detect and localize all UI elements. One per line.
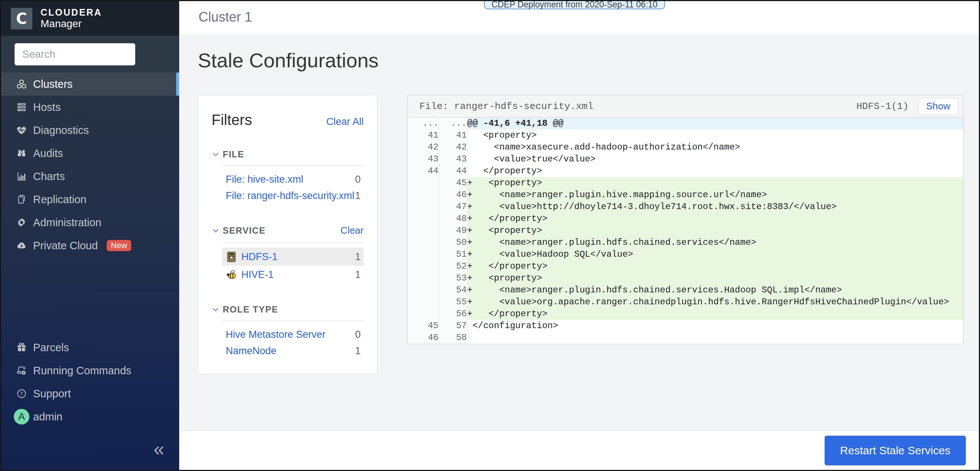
brand-line1: CLOUDERA [41, 8, 102, 17]
filter-item-label[interactable]: File: ranger-hdfs-security.xml [226, 190, 355, 202]
search-input[interactable] [14, 43, 135, 65]
chevron-down-icon[interactable] [212, 227, 220, 235]
filter-item-hive-1[interactable]: HIVE-11 [222, 266, 364, 284]
old-line-number [407, 177, 439, 189]
running-commands-icon [16, 365, 27, 376]
clear-all-link[interactable]: Clear All [326, 116, 364, 128]
replication-icon [16, 194, 27, 205]
diagnostics-icon [16, 125, 27, 136]
diff-line: 56+ </property> [407, 308, 963, 320]
old-line-number [407, 296, 439, 308]
sidebar-item-diagnostics[interactable]: Diagnostics [1, 119, 179, 142]
svg-text:?: ? [20, 391, 23, 397]
sidebar-collapse[interactable]: « [1, 428, 179, 470]
filter-item-hdfs-1[interactable]: HDFS-11 [222, 248, 364, 266]
sidebar-item-administration[interactable]: Administration [1, 211, 179, 234]
diff-line: 4557 </configuration> [407, 320, 963, 332]
charts-icon [16, 171, 27, 182]
brand: C CLOUDERA Manager [1, 1, 179, 36]
filter-item-count: 1 [355, 269, 361, 281]
sidebar-item-label: Diagnostics [33, 124, 89, 137]
filter-item-count: 1 [355, 190, 361, 202]
old-line-number [407, 189, 439, 201]
sidebar-item-hosts[interactable]: Hosts [1, 96, 179, 119]
diff-scope-label: HDFS-1(1) [857, 101, 908, 112]
diff-code: + <name>ranger.plugin.hdfs.chained.servi… [467, 284, 963, 296]
new-line-number: 45 [439, 177, 467, 189]
filter-item-label[interactable]: NameNode [226, 345, 355, 357]
hive-icon [226, 269, 237, 280]
diff-body: ......@@ -41,6 +41,18 @@4141 <property>4… [407, 118, 963, 344]
parcels-icon [16, 342, 27, 353]
old-line-number: ... [407, 118, 439, 129]
sidebar-item-parcels[interactable]: Parcels [1, 336, 179, 359]
diff-code: + <property> [467, 177, 963, 189]
filter-item-label[interactable]: HIVE-1 [241, 269, 355, 281]
diff-line: ......@@ -41,6 +41,18 @@ [407, 118, 963, 129]
sidebar-item-replication[interactable]: Replication [1, 188, 179, 211]
sidebar-item-support[interactable]: ?Support [1, 382, 179, 405]
sidebar-bottom-menu: ParcelsRunning Commands?SupportAadmin [1, 336, 179, 428]
new-line-number: 55 [439, 296, 467, 308]
old-line-number [407, 272, 439, 284]
old-line-number [407, 213, 439, 225]
restart-stale-services-button[interactable]: Restart Stale Services [825, 436, 966, 465]
diff-code: + <property> [467, 225, 963, 236]
old-line-number [407, 201, 439, 213]
new-line-number: 51 [439, 249, 467, 260]
chevron-down-icon[interactable] [212, 305, 220, 314]
footer-bar: Restart Stale Services [179, 430, 979, 470]
clear-section-link[interactable]: Clear [340, 225, 364, 236]
diff-code: @@ -41,6 +41,18 @@ [467, 118, 963, 129]
sidebar-item-admin[interactable]: Aadmin [1, 405, 179, 428]
filter-item-hive-metastore-server[interactable]: Hive Metastore Server0 [222, 326, 364, 343]
filter-item-file-ranger-hdfs-security-xml[interactable]: File: ranger-hdfs-security.xml1 [222, 187, 364, 204]
new-line-number: 42 [439, 141, 467, 153]
filter-item-namenode[interactable]: NameNode1 [222, 343, 364, 359]
sidebar-spacer [1, 257, 179, 336]
new-line-number: 53 [439, 272, 467, 284]
filters-title: Filters [212, 112, 252, 128]
sidebar-item-label: Support [33, 388, 71, 400]
filter-section-role-type: ROLE TYPEHive Metastore Server0NameNode1 [212, 304, 364, 359]
old-line-number: 43 [407, 153, 439, 165]
sidebar-item-private-cloud[interactable]: Private CloudNew [1, 234, 179, 257]
filter-item-count: 0 [355, 174, 361, 185]
old-line-number: 42 [407, 141, 439, 153]
sidebar-item-charts[interactable]: Charts [1, 165, 179, 188]
filter-section-title: SERVICE [223, 225, 337, 236]
filter-item-count: 1 [355, 251, 361, 263]
sidebar-item-running-commands[interactable]: Running Commands [1, 359, 179, 382]
new-line-number: 58 [439, 332, 467, 344]
filter-section-file: FILEFile: hive-site.xml0File: ranger-hdf… [212, 149, 364, 204]
brand-line2: Manager [41, 18, 102, 29]
filter-item-label[interactable]: Hive Metastore Server [226, 329, 355, 340]
sidebar-item-label: Audits [33, 147, 63, 160]
diff-code: <value>true</value> [467, 153, 963, 165]
diff-line: 4242 <name>xasecure.add-hadoop-authoriza… [407, 141, 963, 153]
chevron-down-icon[interactable] [212, 150, 220, 158]
filter-item-count: 0 [355, 329, 361, 340]
show-button[interactable]: Show [918, 98, 958, 115]
old-line-number [407, 284, 439, 296]
diff-line: 4658 [407, 332, 963, 344]
diff-code [467, 332, 963, 344]
page-title: Stale Configurations [198, 49, 979, 72]
filter-item-label[interactable]: HDFS-1 [241, 251, 355, 263]
deployment-banner[interactable]: CDEP Deployment from 2020-Sep-11 06:10 [484, 0, 665, 9]
diff-line: 45+ <property> [407, 177, 963, 189]
diff-line: 4141 <property> [407, 129, 963, 141]
filter-section-service: SERVICEClearHDFS-11HIVE-11 [212, 225, 364, 284]
filter-section-header: SERVICEClear [212, 225, 364, 236]
diff-code: + <name>ranger.plugin.hive.mapping.sourc… [467, 189, 963, 201]
new-line-number: 49 [439, 225, 467, 236]
sidebar-item-audits[interactable]: Audits [1, 142, 179, 165]
sidebar-item-clusters[interactable]: Clusters [1, 73, 179, 96]
filter-item-file-hive-site-xml[interactable]: File: hive-site.xml0 [222, 171, 364, 187]
old-line-number [407, 260, 439, 272]
main-area: Cluster 1 CDEP Deployment from 2020-Sep-… [179, 1, 979, 470]
collapse-icon[interactable]: « [154, 439, 164, 459]
new-line-number: 52 [439, 260, 467, 272]
filter-item-label[interactable]: File: hive-site.xml [226, 174, 355, 185]
divider [222, 321, 364, 321]
